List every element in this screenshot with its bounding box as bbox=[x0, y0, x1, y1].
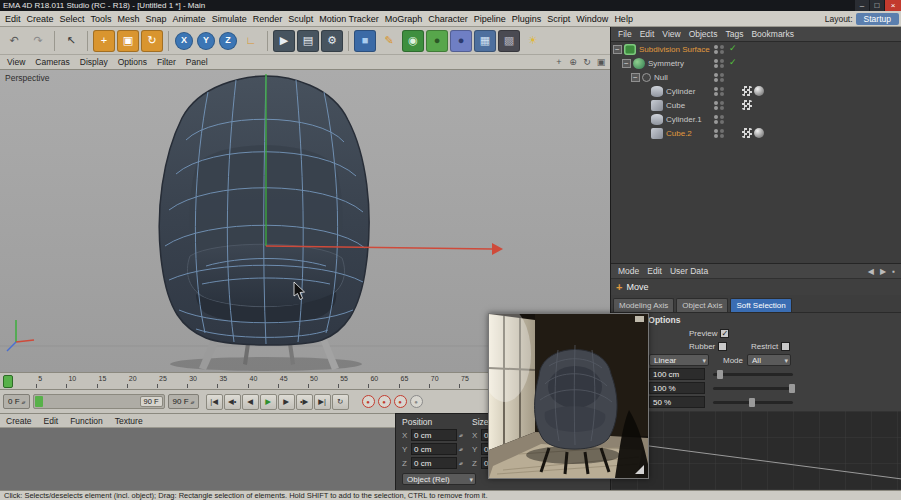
slider-value-field[interactable]: 100 % bbox=[649, 382, 705, 394]
add-light-button[interactable]: ☀ bbox=[522, 30, 544, 52]
om-menu-tags[interactable]: Tags bbox=[721, 29, 747, 39]
panel-forward-icon[interactable]: ▶ bbox=[877, 267, 889, 276]
falloff-curve-area[interactable] bbox=[611, 411, 901, 490]
viewport-menu-panel[interactable]: Panel bbox=[181, 57, 213, 67]
add-cube-button[interactable]: ■ bbox=[354, 30, 376, 52]
layout-value-button[interactable]: Startup bbox=[856, 13, 899, 25]
visibility-dots[interactable] bbox=[714, 73, 718, 77]
object-row-cube-2[interactable]: Cube.2 bbox=[611, 126, 901, 140]
stepper-icon[interactable] bbox=[459, 432, 462, 438]
menu-animate[interactable]: Animate bbox=[170, 14, 209, 24]
om-menu-objects[interactable]: Objects bbox=[685, 29, 722, 39]
add-generator-button[interactable]: ● bbox=[426, 30, 448, 52]
slider-track[interactable] bbox=[713, 401, 793, 404]
object-tree[interactable]: Subdivision SurfaceSymmetryNullCylinderC… bbox=[611, 42, 901, 263]
redo-button[interactable]: ↷ bbox=[27, 30, 49, 52]
texture-tag-icon[interactable] bbox=[742, 128, 752, 138]
viewport-menu-options[interactable]: Options bbox=[113, 57, 152, 67]
am-menu-mode[interactable]: Mode bbox=[614, 266, 643, 276]
material-list-area[interactable] bbox=[0, 428, 395, 490]
add-spline-pen-button[interactable]: ✎ bbox=[378, 30, 400, 52]
add-mograph-button[interactable]: ▦ bbox=[474, 30, 496, 52]
viewport-menu-cameras[interactable]: Cameras bbox=[30, 57, 74, 67]
panel-lock-icon[interactable]: ▪ bbox=[889, 267, 898, 276]
add-environment-button[interactable]: ▩ bbox=[498, 30, 520, 52]
render-view-button[interactable]: ▶ bbox=[273, 30, 295, 52]
viewport-menu-display[interactable]: Display bbox=[75, 57, 113, 67]
object-row-cube[interactable]: Cube bbox=[611, 98, 901, 112]
render-picture-viewer-button[interactable]: ▤ bbox=[297, 30, 319, 52]
checkbox-box[interactable] bbox=[720, 329, 729, 338]
keyframe-selection-button[interactable]: ● bbox=[410, 395, 423, 408]
menu-simulate[interactable]: Simulate bbox=[209, 14, 250, 24]
expand-toggle-icon[interactable] bbox=[622, 59, 631, 68]
viewport-maximize-icon[interactable]: ▣ bbox=[594, 57, 608, 67]
visibility-dots[interactable] bbox=[714, 45, 718, 49]
falloff-dropdown[interactable]: Linear bbox=[649, 354, 709, 366]
menu-select[interactable]: Select bbox=[57, 14, 88, 24]
slider-handle[interactable] bbox=[717, 370, 723, 379]
visibility-dots[interactable] bbox=[714, 129, 718, 133]
checkbox-box[interactable] bbox=[718, 342, 727, 351]
current-frame-field[interactable]: 0 F bbox=[3, 394, 30, 409]
mode-dropdown[interactable]: All bbox=[747, 354, 791, 366]
menu-motion-tracker[interactable]: Motion Tracker bbox=[316, 14, 382, 24]
object-row-subdivision-surface[interactable]: Subdivision Surface bbox=[611, 42, 901, 56]
add-deformer-button[interactable]: ● bbox=[450, 30, 472, 52]
checkbox-box[interactable] bbox=[781, 342, 790, 351]
slider-track[interactable] bbox=[713, 387, 793, 390]
viewport-menu-filter[interactable]: Filter bbox=[152, 57, 181, 67]
rotate-tool-button[interactable]: ↻ bbox=[141, 30, 163, 52]
panel-back-icon[interactable]: ◀ bbox=[865, 267, 877, 276]
playhead-marker[interactable] bbox=[3, 375, 13, 388]
phong-tag-icon[interactable] bbox=[754, 86, 764, 96]
menu-mograph[interactable]: MoGraph bbox=[382, 14, 426, 24]
viewport-menu-view[interactable]: View bbox=[2, 57, 30, 67]
record-keyframe-button[interactable]: ● bbox=[362, 395, 375, 408]
enabled-check-icon[interactable] bbox=[729, 57, 737, 67]
visibility-dots[interactable] bbox=[714, 101, 718, 105]
menu-create[interactable]: Create bbox=[24, 14, 57, 24]
previous-frame-button[interactable]: ◀ bbox=[242, 394, 259, 410]
menu-sculpt[interactable]: Sculpt bbox=[285, 14, 316, 24]
axis-x-lock-button[interactable]: X bbox=[175, 32, 193, 50]
powerslider-current-marker[interactable] bbox=[35, 396, 43, 407]
play-button[interactable]: ▶ bbox=[260, 394, 277, 410]
titlebar[interactable]: EMA 4D R18.011 Studio (RC - R18) - [Unti… bbox=[0, 0, 901, 11]
menu-tools[interactable]: Tools bbox=[88, 14, 115, 24]
timeline-powerslider[interactable]: 90 F bbox=[33, 394, 165, 409]
coordinate-system-button[interactable]: ∟ bbox=[240, 30, 262, 52]
menu-window[interactable]: Window bbox=[573, 14, 611, 24]
next-frame-button[interactable]: ▶ bbox=[278, 394, 295, 410]
tab-object-axis[interactable]: Object Axis bbox=[676, 298, 728, 312]
slider-track[interactable] bbox=[713, 373, 793, 376]
end-frame-field[interactable]: 90 F bbox=[168, 394, 199, 409]
slider-value-field[interactable]: 100 cm bbox=[649, 368, 705, 380]
coordinate-mode-dropdown[interactable]: Object (Rel) bbox=[402, 473, 476, 485]
am-menu-user-data[interactable]: User Data bbox=[666, 266, 712, 276]
object-row-cylinder-1[interactable]: Cylinder.1 bbox=[611, 112, 901, 126]
stepper-icon[interactable] bbox=[459, 446, 462, 452]
object-row-null[interactable]: Null bbox=[611, 70, 901, 84]
powerslider-end-handle[interactable]: 90 F bbox=[140, 396, 163, 407]
tab-modeling-axis[interactable]: Modeling Axis bbox=[613, 298, 674, 312]
add-subdivision-surface-button[interactable]: ◉ bbox=[402, 30, 424, 52]
checkbox-preview[interactable]: Preview bbox=[689, 329, 729, 338]
viewport-pan-icon[interactable]: + bbox=[552, 57, 566, 67]
menu-snap[interactable]: Snap bbox=[143, 14, 170, 24]
coordinate-field-position-y[interactable]: 0 cm bbox=[411, 443, 457, 455]
camera-label[interactable]: Perspective bbox=[5, 73, 49, 83]
axis-y-lock-button[interactable]: Y bbox=[197, 32, 215, 50]
menu-plugins[interactable]: Plugins bbox=[509, 14, 545, 24]
reference-image-window[interactable] bbox=[488, 313, 649, 479]
stepper-icon[interactable] bbox=[459, 460, 462, 466]
enabled-check-icon[interactable] bbox=[729, 43, 737, 53]
coordinate-field-position-z[interactable]: 0 cm bbox=[411, 457, 457, 469]
coordinate-field-position-x[interactable]: 0 cm bbox=[411, 429, 457, 441]
visibility-dots[interactable] bbox=[714, 87, 718, 91]
menu-edit[interactable]: Edit bbox=[2, 14, 24, 24]
om-menu-view[interactable]: View bbox=[658, 29, 684, 39]
expand-toggle-icon[interactable] bbox=[631, 73, 640, 82]
move-tool-button[interactable]: + bbox=[93, 30, 115, 52]
render-settings-button[interactable]: ⚙ bbox=[321, 30, 343, 52]
